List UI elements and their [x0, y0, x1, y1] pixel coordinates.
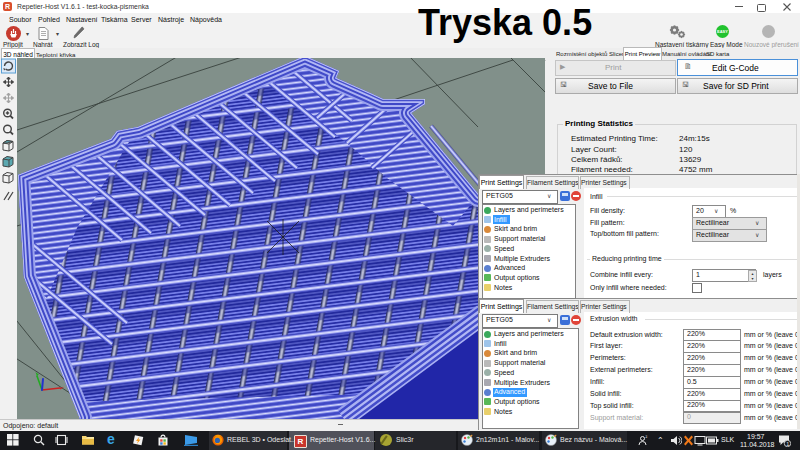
svg-text:²: ²: [646, 435, 648, 440]
svg-text:1: 1: [786, 441, 789, 447]
